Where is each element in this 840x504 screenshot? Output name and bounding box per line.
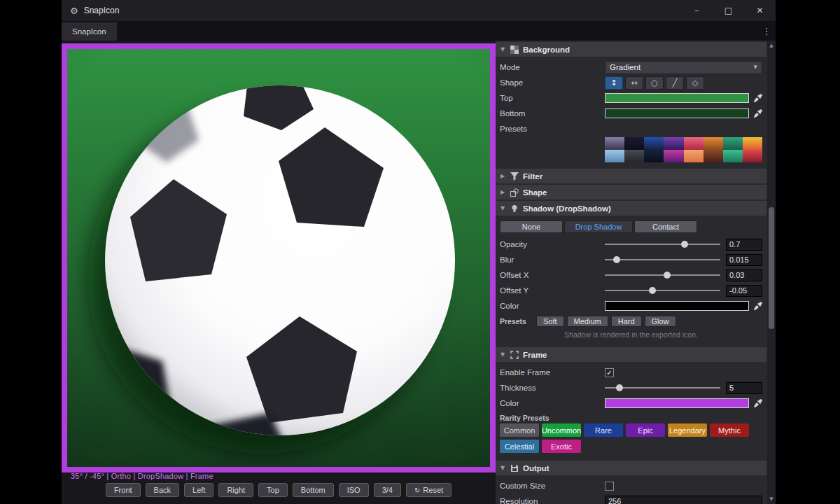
offset-y-slider[interactable] xyxy=(605,285,720,296)
frame-color-swatch[interactable] xyxy=(605,398,749,408)
section-shadow[interactable]: ▼ Shadow (DropShadow) xyxy=(496,201,766,216)
app-window: ⚙ SnapIcon – □ ✕ SnapIcon ⋮ xyxy=(62,0,776,504)
gradient-preset-3[interactable] xyxy=(644,137,664,150)
gradient-preset-1[interactable] xyxy=(605,137,624,150)
eyedropper-icon[interactable] xyxy=(753,302,762,311)
shadow-body: NoneDrop ShadowContact Opacity0.7Blur0.0… xyxy=(496,216,776,346)
opacity-label: Opacity xyxy=(500,240,605,248)
rarity-mythic[interactable]: Mythic xyxy=(710,424,749,437)
eyedropper-icon[interactable] xyxy=(753,399,762,408)
slider-handle[interactable] xyxy=(664,272,671,279)
minimize-button[interactable]: – xyxy=(681,0,713,21)
view-button-back[interactable]: Back xyxy=(146,483,179,497)
view-button-top[interactable]: Top xyxy=(258,483,288,497)
offset-x-slider[interactable] xyxy=(605,270,720,281)
shadow-preset-soft[interactable]: Soft xyxy=(536,316,564,327)
opacity-row: Opacity0.7 xyxy=(500,237,762,251)
enable-frame-checkbox[interactable]: ✓ xyxy=(605,368,614,377)
gradient-preset-5[interactable] xyxy=(684,137,704,150)
gradient-diamond-button[interactable]: ◇ xyxy=(686,76,704,90)
chevron-down-icon: ▼ xyxy=(754,64,757,70)
gradient-preset-8[interactable] xyxy=(743,137,762,150)
section-filter[interactable]: ▶ Filter xyxy=(496,169,766,183)
thickness-value[interactable]: 5 xyxy=(726,382,762,394)
gradient-preset-13[interactable] xyxy=(684,150,704,162)
gradient-preset-16[interactable] xyxy=(743,150,762,162)
gradient-preset-9[interactable] xyxy=(605,150,624,162)
gradient-preset-11[interactable] xyxy=(644,150,664,162)
shadow-mode-none[interactable]: None xyxy=(500,220,563,233)
scroll-up-icon[interactable]: ▲ xyxy=(767,41,776,50)
tab-snapicon[interactable]: SnapIcon xyxy=(62,22,117,41)
gradient-preset-15[interactable] xyxy=(723,150,743,162)
view-button-iso[interactable]: ISO xyxy=(339,483,369,497)
section-background[interactable]: ▼ Background xyxy=(496,42,766,57)
view-button-bottom[interactable]: Bottom xyxy=(293,483,334,497)
mode-dropdown[interactable]: Gradient ▼ xyxy=(605,61,762,74)
eyedropper-icon[interactable] xyxy=(753,109,762,118)
section-title: Background xyxy=(523,46,570,54)
scroll-down-icon[interactable]: ▼ xyxy=(767,495,776,503)
background-body: Mode Gradient ▼ Shape ↕↔○╱◇ Top Bottom xyxy=(496,57,776,167)
gradient-preset-12[interactable] xyxy=(664,150,683,162)
offset-x-label: Offset X xyxy=(500,271,605,279)
bottom-color-swatch[interactable] xyxy=(605,108,749,118)
gradient-preset-10[interactable] xyxy=(624,150,644,162)
view-button-right[interactable]: Right xyxy=(218,483,253,497)
top-color-swatch[interactable] xyxy=(605,93,749,103)
enable-frame-label: Enable Frame xyxy=(500,368,605,377)
close-button[interactable]: ✕ xyxy=(744,0,776,21)
gradient-preset-14[interactable] xyxy=(704,150,723,162)
slider-handle[interactable] xyxy=(681,241,688,248)
section-output[interactable]: ▼ Output xyxy=(496,461,766,475)
opacity-slider[interactable] xyxy=(605,239,720,250)
section-frame[interactable]: ▼ Frame xyxy=(496,347,766,362)
view-button-3-4[interactable]: 3/4 xyxy=(374,483,401,497)
rarity-celestial[interactable]: Celestial xyxy=(500,440,539,453)
section-shape[interactable]: ▶ Shape xyxy=(496,185,766,200)
shadow-mode-contact[interactable]: Contact xyxy=(634,220,697,233)
panel-scrollbar[interactable]: ▲ ▼ xyxy=(767,41,776,504)
shadow-preset-medium[interactable]: Medium xyxy=(567,316,608,327)
opacity-value[interactable]: 0.7 xyxy=(726,239,762,251)
overflow-menu-icon[interactable]: ⋮ xyxy=(757,21,776,41)
slider-handle[interactable] xyxy=(649,287,656,294)
offset-x-value[interactable]: 0.03 xyxy=(726,270,762,281)
gradient-radial-button[interactable]: ○ xyxy=(645,76,664,90)
shadow-mode-drop-shadow[interactable]: Drop Shadow xyxy=(564,220,633,233)
gradient-diagonal-button[interactable]: ╱ xyxy=(666,76,684,90)
slider-handle[interactable] xyxy=(616,384,623,391)
rarity-exotic[interactable]: Exotic xyxy=(542,440,581,453)
shadow-preset-hard[interactable]: Hard xyxy=(611,316,642,327)
custom-size-checkbox[interactable] xyxy=(605,482,614,491)
blur-value[interactable]: 0.015 xyxy=(726,254,762,266)
collapse-open-icon: ▼ xyxy=(499,465,506,471)
rarity-uncommon[interactable]: Uncommon xyxy=(542,424,581,437)
view-button-front[interactable]: Front xyxy=(106,483,141,497)
scrollbar-thumb[interactable] xyxy=(769,207,774,329)
view-button-reset[interactable]: ↻Reset xyxy=(406,483,451,497)
rarity-rare[interactable]: Rare xyxy=(584,424,623,437)
rarity-legendary[interactable]: Legendary xyxy=(668,424,707,437)
eyedropper-icon[interactable] xyxy=(753,94,762,103)
view-button-left[interactable]: Left xyxy=(184,483,214,497)
gradient-preset-4[interactable] xyxy=(664,137,683,150)
section-title: Filter xyxy=(523,172,542,181)
rarity-common[interactable]: Common xyxy=(500,424,539,437)
blur-slider[interactable] xyxy=(605,254,720,265)
icon-canvas[interactable]: 35° / -45° | Ortho | DropShadow | Frame xyxy=(62,43,496,472)
gradient-preset-2[interactable] xyxy=(624,137,644,150)
resolution-input[interactable]: 256 xyxy=(605,496,762,504)
maximize-button[interactable]: □ xyxy=(713,0,744,21)
offset-y-value[interactable]: -0.05 xyxy=(726,285,762,297)
gradient-preset-7[interactable] xyxy=(723,137,743,150)
gradient-vertical-button[interactable]: ↕ xyxy=(605,76,623,90)
rarity-epic[interactable]: Epic xyxy=(626,424,665,437)
slider-handle[interactable] xyxy=(613,256,620,263)
thickness-slider[interactable] xyxy=(605,382,720,393)
shadow-color-swatch[interactable] xyxy=(605,301,749,311)
shadow-preset-glow[interactable]: Glow xyxy=(645,316,676,327)
gradient-horizontal-button[interactable]: ↔ xyxy=(625,76,643,90)
section-title: Output xyxy=(523,464,550,472)
gradient-preset-6[interactable] xyxy=(704,137,723,150)
